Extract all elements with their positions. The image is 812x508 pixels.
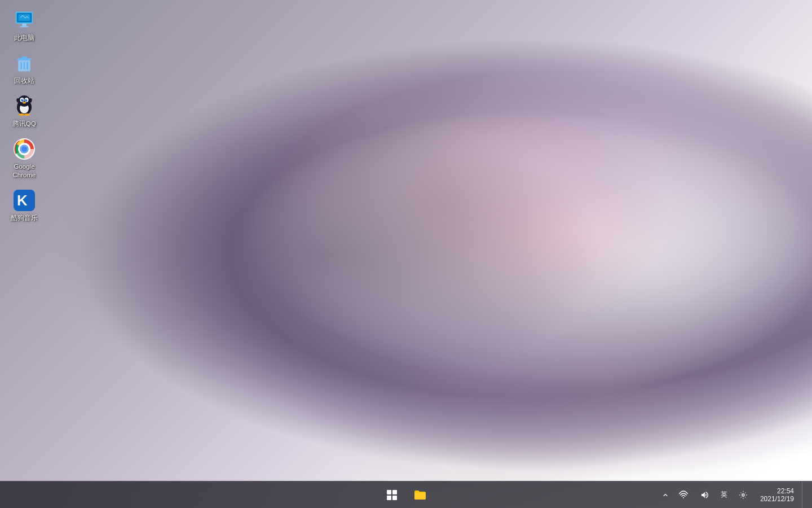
win-quad-2 xyxy=(392,490,397,494)
kuwo-icon-label: 酷狗音乐 xyxy=(11,214,38,222)
folder-icon xyxy=(413,488,427,502)
svg-point-16 xyxy=(21,99,24,102)
recycle-icon-svg xyxy=(14,53,34,73)
qq-icon-svg xyxy=(13,95,36,117)
network-tray-button[interactable] xyxy=(674,486,692,504)
svg-point-33 xyxy=(742,494,744,496)
chrome-icon xyxy=(13,138,36,160)
qq-icon xyxy=(13,95,36,117)
svg-rect-7 xyxy=(22,56,27,58)
win-quad-4 xyxy=(392,496,397,500)
language-indicator-button[interactable]: 英 xyxy=(717,483,731,507)
network-icon xyxy=(679,491,688,500)
desktop: 此电脑 回收站 xyxy=(0,0,812,481)
win-quad-1 xyxy=(387,490,391,494)
file-explorer-button[interactable] xyxy=(407,481,434,509)
pc-icon-label: 此电脑 xyxy=(14,34,34,42)
win-quad-3 xyxy=(387,496,391,500)
svg-rect-3 xyxy=(20,26,28,27)
taskbar: 英 22:54 2021/12/19 xyxy=(0,481,812,508)
show-desktop-button[interactable] xyxy=(802,481,806,509)
chrome-icon-label: Google Chrome xyxy=(5,163,43,179)
start-button[interactable] xyxy=(378,481,405,509)
taskbar-right: 英 22:54 2021/12/19 xyxy=(660,481,812,509)
svg-point-17 xyxy=(25,99,28,102)
svg-point-20 xyxy=(23,102,26,103)
pc-icon xyxy=(13,9,36,32)
chrome-icon-svg xyxy=(13,138,36,160)
qq-icon-label: 腾讯QQ xyxy=(12,120,36,128)
chevron-up-icon xyxy=(662,492,669,498)
svg-point-19 xyxy=(26,99,27,100)
desktop-icon-recycle[interactable]: 回收站 xyxy=(3,49,46,89)
windows-logo-icon xyxy=(387,490,397,500)
volume-icon xyxy=(700,491,709,500)
svg-point-32 xyxy=(683,497,684,498)
show-hidden-icons-button[interactable] xyxy=(660,486,671,504)
desktop-icon-kuwo[interactable]: K 酷狗音乐 xyxy=(3,186,46,226)
desktop-icon-pc[interactable]: 此电脑 xyxy=(3,6,46,46)
svg-point-24 xyxy=(24,113,30,116)
recycle-icon-label: 回收站 xyxy=(14,77,34,85)
clock-button[interactable]: 22:54 2021/12/19 xyxy=(756,483,798,507)
pc-icon-svg xyxy=(14,10,35,31)
taskbar-center xyxy=(378,481,434,509)
notification-tray-button[interactable] xyxy=(734,486,752,504)
svg-point-29 xyxy=(21,146,28,152)
kuwo-icon: K xyxy=(13,189,36,212)
svg-point-13 xyxy=(18,95,30,107)
language-label: 英 xyxy=(721,490,727,500)
svg-text:K: K xyxy=(17,192,28,209)
svg-rect-6 xyxy=(17,58,31,60)
settings-icon xyxy=(739,491,748,500)
clock-date: 2021/12/19 xyxy=(760,495,794,503)
desktop-icon-qq[interactable]: 腾讯QQ xyxy=(3,91,46,132)
recycle-icon xyxy=(13,52,36,75)
volume-tray-button[interactable] xyxy=(696,486,714,504)
desktop-icon-chrome[interactable]: Google Chrome xyxy=(3,134,46,183)
desktop-icons-container: 此电脑 回收站 xyxy=(0,0,48,231)
kuwo-icon-svg: K xyxy=(13,189,36,212)
svg-point-23 xyxy=(19,113,24,116)
svg-point-18 xyxy=(22,99,23,100)
svg-rect-2 xyxy=(22,24,27,27)
clock-time: 22:54 xyxy=(777,487,794,495)
